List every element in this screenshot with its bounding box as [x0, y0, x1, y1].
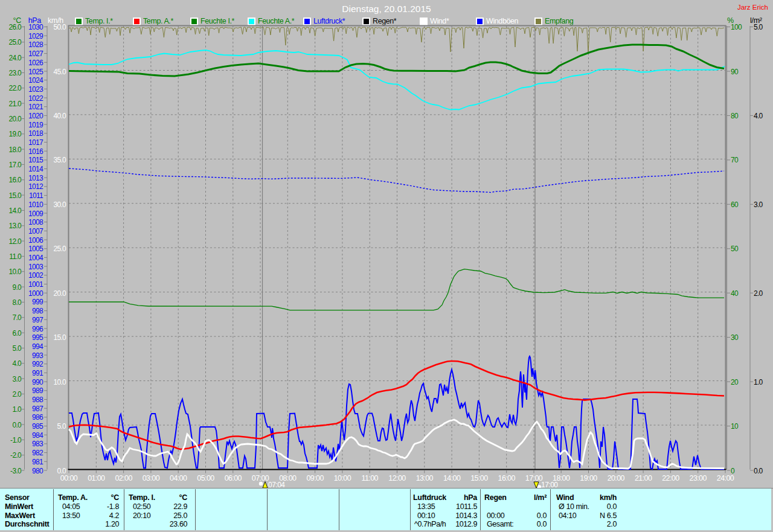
svg-text:05:00: 05:00	[197, 474, 214, 482]
svg-text:30.0: 30.0	[53, 200, 66, 209]
svg-text:1.0: 1.0	[12, 405, 22, 414]
svg-text:1024: 1024	[28, 76, 43, 85]
svg-text:24:00: 24:00	[717, 474, 734, 482]
svg-text:6.0: 6.0	[12, 329, 22, 338]
svg-text:-3.0: -3.0	[10, 467, 22, 475]
svg-text:09:00: 09:00	[306, 474, 324, 482]
svg-text:22.9: 22.9	[173, 502, 187, 511]
svg-text:35.0: 35.0	[53, 156, 66, 164]
svg-text:3.0: 3.0	[12, 375, 22, 383]
svg-text:1022: 1022	[28, 94, 43, 103]
svg-text:1016: 1016	[28, 147, 43, 156]
svg-text:hPa: hPa	[464, 493, 478, 502]
svg-text:Temp. I.: Temp. I.	[129, 493, 155, 502]
svg-text:8.0: 8.0	[12, 298, 22, 307]
svg-text:1020: 1020	[28, 112, 43, 120]
svg-text:19:00: 19:00	[580, 474, 597, 482]
svg-text:16:00: 16:00	[498, 474, 516, 482]
svg-text:Feuchte A.*: Feuchte A.*	[258, 17, 295, 25]
svg-text:1007: 1007	[28, 227, 43, 236]
svg-text:07:00: 07:00	[252, 474, 269, 482]
svg-text:^0.7hPa/h: ^0.7hPa/h	[414, 520, 446, 528]
svg-text:04:05: 04:05	[62, 502, 80, 511]
svg-text:21.0: 21.0	[8, 100, 22, 108]
svg-text:1006: 1006	[28, 236, 43, 245]
svg-text:30: 30	[731, 333, 739, 342]
svg-text:983: 983	[32, 440, 43, 448]
svg-text:4.0: 4.0	[754, 112, 763, 120]
svg-text:1012.9: 1012.9	[455, 520, 477, 528]
svg-text:Empfang: Empfang	[545, 17, 574, 25]
svg-text:17.0: 17.0	[8, 161, 22, 169]
svg-text:1002: 1002	[28, 271, 43, 280]
svg-text:5.0: 5.0	[12, 344, 22, 353]
svg-text:1014: 1014	[28, 165, 43, 173]
svg-text:996: 996	[32, 325, 43, 333]
svg-text:25.0: 25.0	[173, 511, 187, 520]
svg-text:7.0: 7.0	[12, 313, 22, 322]
svg-text:Gesamt:: Gesamt:	[487, 520, 513, 528]
svg-text:24.0: 24.0	[8, 54, 22, 62]
svg-text:Temp. A.: Temp. A.	[58, 493, 88, 502]
svg-text:990: 990	[32, 378, 43, 386]
svg-text:4.0: 4.0	[12, 359, 22, 368]
svg-text:982: 982	[32, 449, 43, 457]
svg-text:40.0: 40.0	[53, 112, 66, 120]
svg-text:1014.3: 1014.3	[455, 511, 477, 520]
svg-text:13:35: 13:35	[417, 502, 435, 511]
svg-text:1009: 1009	[28, 210, 43, 218]
svg-text:01:00: 01:00	[88, 474, 105, 482]
svg-text:1027: 1027	[28, 50, 43, 58]
svg-text:20:00: 20:00	[608, 474, 625, 482]
svg-text:23:00: 23:00	[690, 474, 707, 482]
svg-text:1028: 1028	[28, 40, 43, 49]
svg-text:1001: 1001	[28, 280, 43, 289]
svg-text:°C: °C	[111, 493, 120, 502]
svg-text:0.0: 0.0	[537, 511, 547, 520]
svg-text:40: 40	[731, 289, 739, 298]
svg-text:Temp. A.*: Temp. A.*	[143, 17, 173, 25]
svg-text:11.0: 11.0	[9, 252, 22, 261]
svg-text:11:00: 11:00	[362, 474, 379, 482]
svg-text:Feuchte I.*: Feuchte I.*	[200, 17, 235, 25]
svg-text:0.0: 0.0	[607, 502, 617, 511]
svg-text:21:00: 21:00	[635, 474, 652, 482]
svg-text:Wind: Wind	[556, 493, 574, 502]
svg-text:1017: 1017	[28, 138, 43, 147]
svg-text:Durchschnitt: Durchschnitt	[5, 520, 50, 528]
svg-text:50.0: 50.0	[53, 23, 66, 31]
svg-text:Sensor: Sensor	[5, 493, 30, 502]
svg-text:00:10: 00:10	[417, 511, 435, 520]
svg-text:50: 50	[731, 245, 739, 253]
svg-text:-2.0: -2.0	[10, 451, 22, 460]
svg-text:-1.8: -1.8	[107, 502, 119, 511]
svg-text:9.0: 9.0	[12, 283, 22, 292]
svg-text:90: 90	[731, 68, 739, 76]
svg-text:MinWert: MinWert	[5, 502, 34, 511]
svg-text:10: 10	[731, 422, 739, 431]
svg-text:1030: 1030	[28, 23, 43, 31]
svg-text:23.0: 23.0	[8, 69, 22, 77]
svg-text:22.0: 22.0	[8, 84, 22, 92]
svg-text:15:00: 15:00	[470, 474, 488, 482]
svg-text:04:00: 04:00	[170, 474, 187, 482]
svg-text:980: 980	[32, 467, 43, 475]
svg-text:2.0: 2.0	[607, 520, 617, 528]
svg-text:0.0: 0.0	[12, 421, 22, 429]
svg-text:994: 994	[32, 342, 43, 351]
svg-text:999: 999	[32, 298, 43, 306]
svg-text:1019: 1019	[28, 121, 43, 129]
svg-text:12.0: 12.0	[8, 237, 22, 246]
svg-text:1003: 1003	[28, 263, 43, 271]
svg-text:14:00: 14:00	[443, 474, 461, 482]
svg-text:1015: 1015	[28, 156, 43, 164]
svg-text:1025: 1025	[28, 68, 43, 76]
svg-text:04:10: 04:10	[559, 511, 577, 520]
svg-text:2.0: 2.0	[12, 390, 22, 399]
svg-text:985: 985	[32, 422, 43, 431]
svg-text:1.0: 1.0	[754, 378, 763, 386]
svg-text:km/h: km/h	[600, 493, 617, 502]
svg-text:13:00: 13:00	[416, 474, 434, 482]
svg-text:-1.0: -1.0	[10, 436, 22, 444]
svg-text:13:50: 13:50	[62, 511, 80, 520]
